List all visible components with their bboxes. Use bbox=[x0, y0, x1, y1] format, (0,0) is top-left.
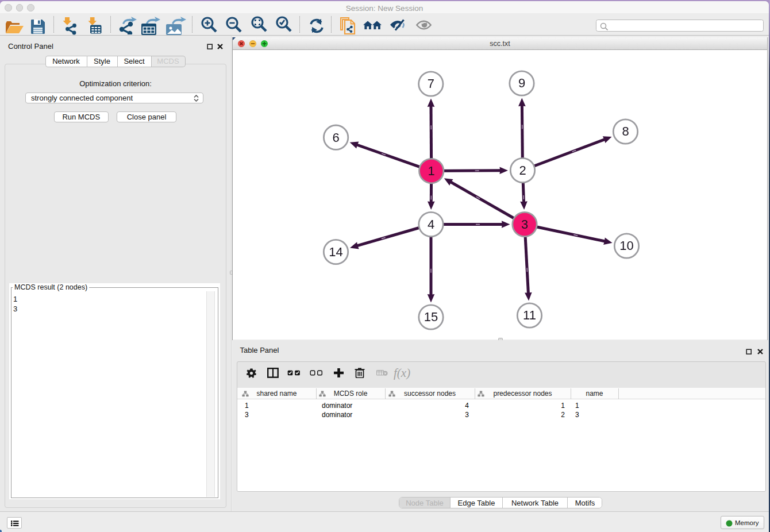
svg-text:7: 7 bbox=[428, 76, 434, 91]
svg-text:8: 8 bbox=[622, 124, 629, 138]
svg-text:4: 4 bbox=[428, 217, 434, 232]
svg-text:14: 14 bbox=[329, 245, 342, 259]
svg-text:9: 9 bbox=[518, 76, 525, 90]
svg-text:11: 11 bbox=[523, 308, 536, 322]
svg-text:3: 3 bbox=[521, 217, 528, 232]
svg-text:15: 15 bbox=[424, 310, 438, 324]
svg-text:10: 10 bbox=[619, 238, 633, 253]
svg-text:1: 1 bbox=[428, 164, 435, 178]
svg-text:6: 6 bbox=[332, 130, 339, 145]
svg-text:2: 2 bbox=[519, 163, 526, 178]
